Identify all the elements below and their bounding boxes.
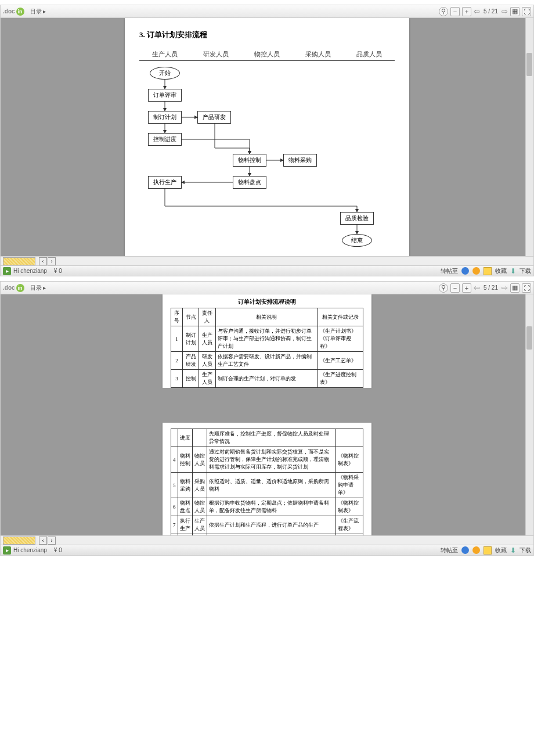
cell-node: 物料盘点	[178, 498, 192, 516]
cell-docs: 《生产流程表》	[336, 516, 363, 534]
cell-node: 控制	[183, 370, 199, 388]
toolbar: .doc in 目录 ▸ ⚲ − + ⇦ 5 / 21 ⇨ ▦ ⛶	[1, 282, 533, 294]
ad-banner[interactable]	[3, 257, 35, 265]
cell-n: 2	[171, 352, 183, 370]
cell-desc: 依照适时、适质、适量、适价和适地原则，采购所需物料	[207, 473, 336, 498]
cell-n: 7	[171, 516, 178, 534]
cell-desc: 依据生产计划和生产流程，进行订单产品的生产	[207, 516, 336, 534]
share-icon-1[interactable]	[461, 267, 469, 275]
download-icon[interactable]: ⬇	[510, 267, 516, 275]
logo: .doc in	[3, 8, 24, 16]
table-title: 订单计划安排流程说明	[171, 298, 363, 306]
menu-toc[interactable]: 目录 ▸	[30, 284, 46, 292]
cell-n: 1	[171, 326, 183, 352]
cell-docs: 《物料控制表》	[336, 498, 363, 516]
next-page-button[interactable]: ⇨	[501, 283, 508, 292]
logo-badge: in	[16, 8, 24, 16]
cell-node: 执行生产	[178, 516, 192, 534]
download-label[interactable]: 下载	[519, 267, 531, 275]
cell-node: 品质控管	[178, 534, 192, 536]
cell-n	[171, 429, 178, 447]
logo-text: .doc	[3, 285, 15, 291]
share-label[interactable]: 转帖至	[441, 546, 458, 555]
flow-purchase: 物料采购	[283, 154, 317, 167]
fullscreen-button[interactable]: ⛶	[522, 283, 531, 293]
prev-page-button[interactable]: ⇦	[474, 283, 480, 292]
table-row: 6物料盘点物控人员根据订购申收货物料，定期盘点；依据物料申请备料单，配备好发往生…	[171, 498, 363, 516]
table-row: 4物料控制物控人员通过对前期销售备货计划和实际交货核算，而不是实货的进行管制，保…	[171, 447, 363, 473]
fullscreen-button[interactable]: ⛶	[522, 7, 531, 16]
zoom-in-button[interactable]: +	[462, 7, 471, 16]
zoom-out-button[interactable]: −	[450, 283, 460, 293]
scrollbar[interactable]	[525, 18, 533, 256]
th-desc: 相关说明	[215, 308, 317, 326]
cell-docs	[336, 429, 363, 447]
cell-node: 物料采购	[178, 473, 192, 498]
mini-btn-1[interactable]: ‹	[39, 257, 47, 265]
status-icon: ▸	[3, 546, 11, 555]
table-row: 3控制生产人员制订合理的生产计划，对订单的发《生产进度控制表》	[171, 370, 363, 388]
zoom-out-button[interactable]: −	[450, 7, 460, 16]
zoom-icon[interactable]: ⚲	[439, 283, 448, 293]
bottombar: ▸ Hi chenzianp ¥ 0 转帖至 收藏 ⬇ 下载	[1, 265, 533, 276]
cell-n: 5	[171, 473, 178, 498]
page-indicator: 5 / 21	[484, 8, 498, 15]
prev-page-button[interactable]: ⇦	[474, 7, 480, 16]
lane-1: 生产人员	[139, 48, 190, 60]
cell-owner: 研发人员	[199, 352, 215, 370]
ad-banner[interactable]	[3, 537, 35, 545]
flow-exec: 执行生产	[148, 176, 182, 189]
flow-rd: 产品研发	[197, 111, 231, 124]
download-icon[interactable]: ⬇	[510, 546, 516, 555]
cell-n: 4	[171, 447, 178, 473]
fav-icon[interactable]	[484, 546, 492, 555]
cell-desc: 根据订购申收货物料，定期盘点；依据物料申请备料单，配备好发往生产所需物料	[207, 498, 336, 516]
cell-owner	[192, 429, 207, 447]
cell-desc: 制订合理的生产计划，对订单的发	[215, 370, 317, 388]
grid-view-button[interactable]: ▦	[510, 7, 519, 16]
flow-review: 订单评审	[148, 89, 182, 102]
flowchart: 开始 订单评审 制订计划 产品研发 控制进度 物料控制 物料采购 物料盘点 执行…	[139, 67, 395, 241]
cell-docs: 《品质检验报告书》	[336, 534, 363, 536]
cell-docs: 《生产计划书》《订单评审规程》	[317, 326, 363, 352]
mini-btn-2[interactable]: ›	[48, 257, 56, 265]
fav-label[interactable]: 收藏	[495, 267, 507, 275]
th-n: 序号	[171, 308, 183, 326]
flow-check: 物料盘点	[233, 176, 266, 189]
mini-btn-1[interactable]: ‹	[39, 537, 47, 545]
share-icon-1[interactable]	[461, 546, 469, 554]
document-page: 3. 订单计划安排流程 生产人员 研发人员 物控人员 采购人员 品质人员	[125, 18, 409, 256]
zoom-icon[interactable]: ⚲	[439, 7, 448, 16]
scrollbar[interactable]	[525, 294, 533, 535]
flow-start: 开始	[150, 67, 180, 80]
cell-n: 6	[171, 498, 178, 516]
flow-progress: 控制进度	[148, 133, 182, 146]
share-label[interactable]: 转帖至	[441, 267, 458, 275]
cell-owner: 生产人员	[199, 326, 215, 352]
cell-node: 进度	[178, 429, 192, 447]
zoom-in-button[interactable]: +	[462, 283, 471, 293]
share-icon-2[interactable]	[472, 267, 480, 275]
download-label[interactable]: 下载	[519, 546, 531, 555]
mini-btn-2[interactable]: ›	[48, 537, 56, 545]
table-row: 2产品研发研发人员依据客户需要研发、设计新产品，并编制生产工艺文件《生产工艺单》	[171, 352, 363, 370]
cell-desc: 通过对前期销售备货计划和实际交货核算，而不是实货的进行管制，保障生产计划的标准完…	[207, 447, 336, 473]
cell-node: 物料控制	[178, 447, 192, 473]
scroll-thumb[interactable]	[526, 326, 532, 350]
th-docs: 相关文件或记录	[317, 308, 363, 326]
share-icon-2[interactable]	[472, 546, 480, 554]
status-icon: ▸	[3, 267, 11, 275]
fav-label[interactable]: 收藏	[495, 546, 507, 555]
grid-view-button[interactable]: ▦	[510, 283, 519, 293]
menu-toc[interactable]: 目录 ▸	[30, 8, 46, 16]
scroll-thumb[interactable]	[526, 53, 532, 76]
cell-desc: 先顺序准备，控制生产进度，督促物控人员及时处理异常情况	[207, 429, 336, 447]
user-greeting: Hi chenzianp	[13, 268, 47, 274]
fav-icon[interactable]	[484, 267, 492, 275]
page-indicator: 5 / 21	[484, 285, 498, 291]
doc-heading: 3. 订单计划安排流程	[139, 30, 395, 40]
logo: .doc in	[3, 284, 24, 292]
document-area: 3. 订单计划安排流程 生产人员 研发人员 物控人员 采购人员 品质人员	[1, 18, 533, 256]
user-greeting: Hi chenzianp	[13, 547, 47, 553]
next-page-button[interactable]: ⇨	[501, 7, 508, 16]
